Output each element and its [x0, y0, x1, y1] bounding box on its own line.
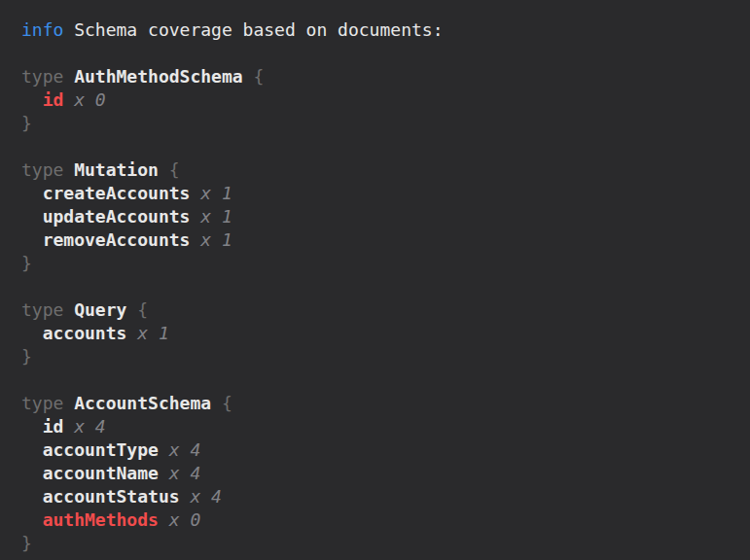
closing-brace-line: }	[21, 112, 750, 135]
blank-line	[21, 42, 750, 65]
field-line: accountTypex 4	[21, 438, 750, 462]
field-name: createAccounts	[43, 183, 191, 203]
type-declaration-line: typeAuthMethodSchema{	[21, 65, 750, 88]
type-keyword: type	[21, 299, 63, 320]
open-brace: {	[169, 159, 180, 180]
close-brace: }	[21, 113, 32, 133]
type-declaration-line: typeAccountSchema{	[21, 392, 750, 415]
closing-brace-line: }	[21, 532, 750, 555]
field-name: accountStatus	[43, 486, 180, 507]
close-brace: }	[21, 253, 32, 273]
field-line: updateAccountsx 1	[21, 205, 750, 228]
closing-brace-line: }	[21, 252, 750, 275]
field-line: idx 0	[21, 88, 750, 112]
field-line: createAccountsx 1	[21, 182, 750, 205]
field-usage-count: x 1	[200, 229, 232, 250]
close-brace: }	[21, 346, 32, 367]
field-line: idx 4	[21, 415, 750, 438]
field-usage-count: x 4	[169, 439, 201, 460]
field-usage-count: x 4	[74, 416, 106, 437]
type-name: AccountSchema	[74, 393, 211, 413]
type-name: AuthMethodSchema	[74, 66, 242, 87]
header-text: Schema coverage based on documents:	[74, 19, 443, 40]
type-name: Query	[74, 299, 126, 320]
open-brace: {	[137, 299, 148, 320]
close-brace: }	[21, 533, 32, 553]
type-name: Mutation	[74, 159, 159, 180]
field-name: updateAccounts	[43, 206, 191, 227]
field-line: removeAccountsx 1	[21, 228, 750, 252]
field-usage-count: x 4	[169, 463, 201, 483]
schema-block-accountschema: typeAccountSchema{ idx 4 accountTypex 4 …	[21, 392, 750, 555]
field-line: accountsx 1	[21, 322, 750, 345]
field-usage-count: x 0	[169, 509, 201, 530]
type-keyword: type	[21, 393, 63, 413]
field-name: authMethods	[43, 509, 159, 530]
type-declaration-line: typeQuery{	[21, 298, 750, 322]
open-brace: {	[222, 393, 232, 413]
blank-line	[21, 275, 750, 298]
field-usage-count: x 1	[200, 183, 232, 203]
schema-block-mutation: typeMutation{ createAccountsx 1 updateAc…	[21, 158, 750, 275]
info-header-line: infoSchema coverage based on documents:	[21, 18, 750, 42]
field-usage-count: x 0	[74, 89, 106, 110]
type-keyword: type	[21, 159, 63, 180]
closing-brace-line: }	[21, 345, 750, 368]
field-usage-count: x 1	[200, 206, 232, 227]
terminal-output: infoSchema coverage based on documents: …	[0, 0, 750, 560]
field-name: accounts	[43, 323, 127, 343]
field-usage-count: x 4	[190, 486, 222, 507]
schema-block-query: typeQuery{ accountsx 1 }	[21, 298, 750, 368]
field-name: removeAccounts	[43, 229, 191, 250]
field-name: accountType	[43, 439, 159, 460]
blank-line	[21, 368, 750, 392]
field-name: accountName	[43, 463, 159, 483]
blank-line	[21, 135, 750, 158]
type-declaration-line: typeMutation{	[21, 158, 750, 182]
field-line: accountStatusx 4	[21, 485, 750, 508]
field-name: id	[43, 416, 64, 437]
field-line: accountNamex 4	[21, 462, 750, 485]
field-usage-count: x 1	[137, 323, 169, 343]
field-line: authMethodsx 0	[21, 508, 750, 532]
type-keyword: type	[21, 66, 63, 87]
open-brace: {	[253, 66, 264, 87]
field-name: id	[43, 89, 64, 110]
schema-block-authmethodschema: typeAuthMethodSchema{ idx 0 }	[21, 65, 750, 135]
info-label: info	[21, 19, 63, 40]
